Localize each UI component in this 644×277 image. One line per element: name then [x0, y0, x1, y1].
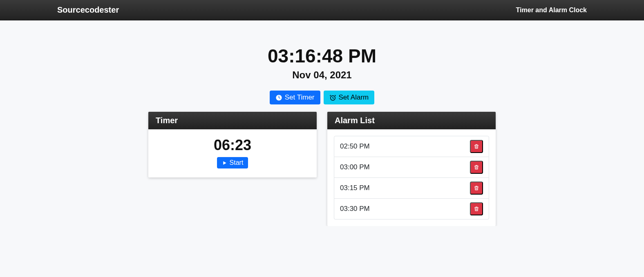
timer-card-title: Timer — [148, 112, 317, 129]
set-alarm-label: Set Alarm — [339, 93, 369, 102]
alarm-list: 02:50 PM 03:00 PM — [327, 129, 496, 226]
clock-icon — [275, 94, 282, 101]
alarm-time: 02:50 PM — [340, 142, 370, 151]
clock-time: 03:16:48 PM — [148, 45, 496, 67]
alarm-item: 03:30 PM — [334, 199, 489, 219]
delete-alarm-button[interactable] — [470, 161, 483, 174]
alarm-item: 02:50 PM — [334, 136, 489, 157]
set-alarm-button[interactable]: Set Alarm — [324, 91, 375, 104]
alarm-time: 03:00 PM — [340, 163, 370, 171]
delete-alarm-button[interactable] — [470, 202, 483, 215]
trash-icon — [474, 164, 479, 170]
alarm-list-card: Alarm List 02:50 PM 03:00 PM — [327, 112, 496, 226]
main-container: 03:16:48 PM Nov 04, 2021 Set Timer Set A… — [148, 20, 496, 226]
cards-row: Timer 06:23 Start Alarm List 02:50 PM — [148, 112, 496, 226]
clock-date: Nov 04, 2021 — [148, 69, 496, 81]
set-timer-label: Set Timer — [285, 93, 315, 102]
navbar-title: Timer and Alarm Clock — [516, 7, 587, 14]
navbar: Sourcecodester Timer and Alarm Clock — [0, 0, 644, 20]
trash-icon — [474, 185, 479, 191]
delete-alarm-button[interactable] — [470, 140, 483, 153]
alarm-item: 03:00 PM — [334, 157, 489, 178]
action-buttons: Set Timer Set Alarm — [148, 91, 496, 104]
alarm-list-title: Alarm List — [327, 112, 496, 129]
alarm-time: 03:30 PM — [340, 205, 370, 213]
play-icon — [222, 160, 227, 166]
start-label: Start — [230, 159, 244, 166]
alarm-time: 03:15 PM — [340, 184, 370, 192]
set-timer-button[interactable]: Set Timer — [270, 91, 320, 104]
start-button[interactable]: Start — [217, 157, 248, 168]
navbar-brand[interactable]: Sourcecodester — [57, 5, 119, 15]
alarm-icon — [329, 94, 336, 101]
timer-value: 06:23 — [156, 137, 309, 154]
delete-alarm-button[interactable] — [470, 182, 483, 195]
trash-icon — [474, 206, 479, 212]
alarm-item: 03:15 PM — [334, 178, 489, 199]
trash-icon — [474, 144, 479, 149]
timer-card: Timer 06:23 Start — [148, 112, 317, 177]
